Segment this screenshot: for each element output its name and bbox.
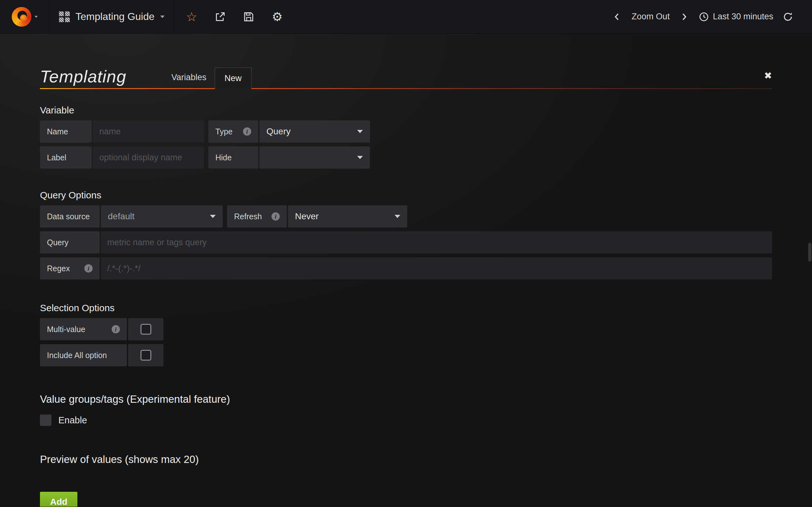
zoom-forward-button[interactable] — [678, 10, 691, 23]
refresh-select-value: Never — [295, 211, 319, 222]
type-label-chip: Type i — [208, 120, 258, 143]
regex-row: Regex i — [40, 257, 772, 279]
close-icon[interactable]: ✖ — [764, 70, 772, 88]
regex-label: Regex — [47, 264, 70, 273]
refresh-label: Refresh — [234, 212, 262, 221]
value-groups-heading: Value groups/tags (Experimental feature) — [40, 393, 772, 406]
multi-value-checkbox[interactable] — [128, 318, 163, 340]
datasource-select-value: default — [108, 211, 135, 222]
save-icon — [243, 11, 254, 22]
scrollbar-thumb[interactable] — [808, 243, 811, 262]
dashboard-area: Templating Variables New ✖ Variable Name… — [0, 34, 812, 507]
caret-down-icon — [395, 215, 400, 218]
hide-select[interactable] — [259, 147, 370, 169]
tab-variables[interactable]: Variables — [163, 72, 215, 88]
type-label: Type — [215, 127, 233, 136]
query-input[interactable] — [101, 231, 772, 253]
refresh-icon — [783, 12, 793, 22]
include-all-row: Include All option — [40, 344, 772, 366]
query-options-heading: Query Options — [40, 189, 772, 201]
caret-down-icon — [357, 156, 363, 159]
info-icon: i — [243, 127, 251, 135]
enable-checkbox[interactable] — [40, 414, 51, 426]
tab-new[interactable]: New — [215, 67, 252, 89]
datasource-select[interactable]: default — [101, 205, 223, 228]
header-accent-line — [40, 88, 772, 89]
preview-heading: Preview of values (shows max 20) — [40, 453, 772, 466]
name-input[interactable] — [93, 120, 204, 143]
refresh-select[interactable]: Never — [288, 205, 407, 228]
templating-editor-header: Templating Variables New ✖ — [40, 64, 772, 88]
add-button[interactable]: Add — [40, 492, 78, 507]
label-input[interactable] — [93, 147, 204, 169]
query-row: Query — [40, 231, 772, 253]
info-icon: i — [271, 212, 280, 221]
selection-options-heading: Selection Options — [40, 302, 772, 314]
caret-down-icon — [210, 215, 216, 218]
star-icon: ☆ — [186, 10, 197, 23]
checkbox-icon — [141, 324, 151, 335]
include-all-checkbox[interactable] — [128, 344, 163, 366]
query-label: Query — [40, 231, 100, 253]
share-icon — [215, 11, 225, 22]
regex-input[interactable] — [101, 257, 772, 279]
selection-options-form: Multi-value i Include All option — [40, 318, 772, 366]
label-label: Label — [40, 147, 92, 169]
multi-value-row: Multi-value i — [40, 318, 772, 340]
include-all-label: Include All option — [40, 344, 127, 366]
refresh-button[interactable] — [781, 10, 794, 23]
zoom-back-button[interactable] — [611, 10, 623, 23]
multi-value-label-chip: Multi-value i — [40, 318, 127, 340]
save-button[interactable] — [242, 10, 255, 23]
refresh-label-chip: Refresh i — [227, 205, 287, 228]
grafana-menu-button[interactable] — [0, 0, 49, 33]
clock-icon — [699, 12, 709, 22]
logo-caret-icon — [35, 16, 38, 18]
time-range-label: Last 30 minutes — [713, 12, 773, 21]
variable-label-row: Label Hide — [40, 147, 772, 169]
enable-label: Enable — [58, 415, 87, 426]
variable-name-row: Name Type i Query — [40, 120, 772, 143]
time-controls: Zoom Out Last 30 minutes — [611, 10, 812, 23]
variable-heading: Variable — [40, 105, 772, 116]
info-icon: i — [84, 264, 93, 273]
gear-icon: ⚙ — [272, 11, 283, 23]
datasource-label: Data source — [40, 205, 100, 228]
multi-value-label: Multi-value — [47, 325, 85, 334]
star-button[interactable]: ☆ — [185, 10, 198, 23]
settings-button[interactable]: ⚙ — [271, 10, 284, 23]
chevron-left-icon — [612, 12, 622, 21]
datasource-row: Data source default Refresh i Never — [40, 205, 772, 228]
time-picker-button[interactable]: Last 30 minutes — [699, 12, 773, 22]
regex-label-chip: Regex i — [40, 257, 100, 279]
top-navbar: Templating Guide ☆ ⚙ — [0, 0, 812, 34]
checkbox-icon — [141, 350, 151, 360]
dashboard-actions: ☆ ⚙ — [185, 10, 284, 23]
chevron-right-icon — [679, 12, 689, 21]
hide-label: Hide — [208, 147, 258, 169]
dashboard-caret-icon — [160, 15, 165, 18]
grafana-logo-icon — [12, 7, 32, 26]
caret-down-icon — [357, 130, 363, 133]
enable-row: Enable — [40, 414, 772, 427]
editor-title: Templating — [40, 66, 126, 88]
share-button[interactable] — [214, 10, 226, 23]
dashboard-title-button[interactable]: Templating Guide — [49, 0, 174, 33]
type-select-value: Query — [266, 126, 291, 136]
variable-form: Name Type i Query Label Hide — [40, 120, 772, 169]
type-select[interactable]: Query — [259, 120, 370, 143]
zoom-out-button[interactable]: Zoom Out — [631, 12, 670, 21]
info-icon: i — [112, 325, 120, 333]
query-options-form: Data source default Refresh i Never Quer… — [40, 205, 772, 279]
name-label: Name — [40, 120, 92, 143]
dashboard-title: Templating Guide — [75, 11, 154, 22]
dashboard-grid-icon — [59, 11, 70, 22]
